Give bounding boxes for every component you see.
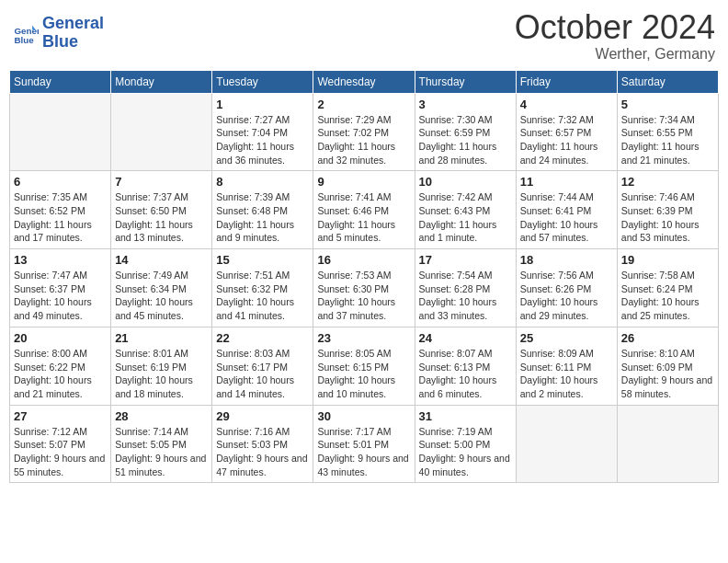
- calendar-header-row: SundayMondayTuesdayWednesdayThursdayFrid…: [10, 70, 719, 93]
- calendar-cell: [10, 93, 111, 171]
- day-content: Sunrise: 7:37 AM Sunset: 6:50 PM Dayligh…: [115, 190, 208, 245]
- day-content: Sunrise: 7:16 AM Sunset: 5:03 PM Dayligh…: [216, 425, 309, 479]
- day-content: Sunrise: 8:00 AM Sunset: 6:22 PM Dayligh…: [14, 347, 107, 401]
- day-content: Sunrise: 7:32 AM Sunset: 6:57 PM Dayligh…: [520, 113, 613, 167]
- calendar-cell: 19Sunrise: 7:58 AM Sunset: 6:24 PM Dayli…: [617, 249, 718, 327]
- day-number: 30: [317, 409, 410, 423]
- day-content: Sunrise: 7:39 AM Sunset: 6:48 PM Dayligh…: [216, 190, 309, 245]
- day-content: Sunrise: 7:53 AM Sunset: 6:30 PM Dayligh…: [317, 269, 410, 323]
- day-content: Sunrise: 7:56 AM Sunset: 6:26 PM Dayligh…: [520, 269, 613, 323]
- calendar-cell: 28Sunrise: 7:14 AM Sunset: 5:05 PM Dayli…: [111, 405, 212, 483]
- day-header-sunday: Sunday: [10, 70, 111, 93]
- calendar-cell: 26Sunrise: 8:10 AM Sunset: 6:09 PM Dayli…: [617, 327, 718, 405]
- day-number: 2: [317, 98, 410, 111]
- day-content: Sunrise: 8:07 AM Sunset: 6:13 PM Dayligh…: [419, 347, 512, 401]
- day-number: 10: [419, 175, 512, 189]
- calendar-cell: [111, 93, 212, 171]
- day-number: 22: [216, 331, 309, 345]
- calendar-cell: 14Sunrise: 7:49 AM Sunset: 6:34 PM Dayli…: [111, 249, 212, 327]
- day-header-saturday: Saturday: [617, 70, 718, 93]
- day-content: Sunrise: 7:17 AM Sunset: 5:01 PM Dayligh…: [317, 425, 410, 479]
- day-content: Sunrise: 7:35 AM Sunset: 6:52 PM Dayligh…: [14, 190, 107, 245]
- day-number: 31: [419, 409, 512, 423]
- day-content: Sunrise: 8:03 AM Sunset: 6:17 PM Dayligh…: [216, 347, 309, 401]
- day-number: 27: [14, 409, 107, 423]
- day-number: 21: [115, 331, 208, 345]
- day-number: 18: [520, 253, 613, 267]
- day-content: Sunrise: 7:29 AM Sunset: 7:02 PM Dayligh…: [317, 113, 410, 167]
- day-number: 9: [317, 175, 410, 189]
- day-content: Sunrise: 7:30 AM Sunset: 6:59 PM Dayligh…: [419, 113, 512, 167]
- day-number: 29: [216, 409, 309, 423]
- calendar-cell: 1Sunrise: 7:27 AM Sunset: 7:04 PM Daylig…: [212, 93, 313, 171]
- calendar-cell: 31Sunrise: 7:19 AM Sunset: 5:00 PM Dayli…: [415, 405, 516, 483]
- day-content: Sunrise: 7:51 AM Sunset: 6:32 PM Dayligh…: [216, 269, 309, 323]
- day-content: Sunrise: 8:10 AM Sunset: 6:09 PM Dayligh…: [621, 347, 714, 401]
- day-number: 16: [317, 253, 410, 267]
- day-number: 19: [621, 253, 714, 267]
- day-header-wednesday: Wednesday: [313, 70, 415, 93]
- day-number: 1: [216, 98, 309, 111]
- calendar-cell: 23Sunrise: 8:05 AM Sunset: 6:15 PM Dayli…: [313, 327, 415, 405]
- day-header-friday: Friday: [516, 70, 617, 93]
- calendar-week-1: 1Sunrise: 7:27 AM Sunset: 7:04 PM Daylig…: [10, 93, 719, 171]
- title-area: October 2024 Werther, Germany: [515, 9, 715, 63]
- day-content: Sunrise: 7:54 AM Sunset: 6:28 PM Dayligh…: [419, 269, 512, 323]
- calendar-cell: 5Sunrise: 7:34 AM Sunset: 6:55 PM Daylig…: [617, 93, 718, 171]
- day-content: Sunrise: 7:58 AM Sunset: 6:24 PM Dayligh…: [621, 269, 714, 323]
- day-number: 14: [115, 253, 208, 267]
- calendar-cell: 4Sunrise: 7:32 AM Sunset: 6:57 PM Daylig…: [516, 93, 617, 171]
- day-content: Sunrise: 7:14 AM Sunset: 5:05 PM Dayligh…: [115, 425, 208, 479]
- calendar-cell: 16Sunrise: 7:53 AM Sunset: 6:30 PM Dayli…: [313, 249, 415, 327]
- day-number: 4: [520, 98, 613, 111]
- day-content: Sunrise: 7:27 AM Sunset: 7:04 PM Dayligh…: [216, 113, 309, 167]
- calendar-cell: 21Sunrise: 8:01 AM Sunset: 6:19 PM Dayli…: [111, 327, 212, 405]
- day-content: Sunrise: 7:34 AM Sunset: 6:55 PM Dayligh…: [621, 113, 714, 167]
- calendar-cell: 7Sunrise: 7:37 AM Sunset: 6:50 PM Daylig…: [111, 171, 212, 249]
- calendar-cell: 20Sunrise: 8:00 AM Sunset: 6:22 PM Dayli…: [10, 327, 111, 405]
- calendar-body: 1Sunrise: 7:27 AM Sunset: 7:04 PM Daylig…: [10, 93, 719, 483]
- month-title: October 2024: [515, 9, 715, 46]
- day-content: Sunrise: 7:19 AM Sunset: 5:00 PM Dayligh…: [419, 425, 512, 479]
- day-header-monday: Monday: [111, 70, 212, 93]
- day-content: Sunrise: 7:12 AM Sunset: 5:07 PM Dayligh…: [14, 425, 107, 479]
- day-number: 5: [621, 98, 714, 111]
- day-number: 3: [419, 98, 512, 111]
- calendar-cell: 8Sunrise: 7:39 AM Sunset: 6:48 PM Daylig…: [212, 171, 313, 249]
- day-content: Sunrise: 7:47 AM Sunset: 6:37 PM Dayligh…: [14, 269, 107, 323]
- calendar-cell: 12Sunrise: 7:46 AM Sunset: 6:39 PM Dayli…: [617, 171, 718, 249]
- day-content: Sunrise: 7:44 AM Sunset: 6:41 PM Dayligh…: [520, 190, 613, 245]
- location: Werther, Germany: [515, 46, 715, 63]
- day-header-thursday: Thursday: [415, 70, 516, 93]
- day-number: 7: [115, 175, 208, 189]
- day-content: Sunrise: 8:05 AM Sunset: 6:15 PM Dayligh…: [317, 347, 410, 401]
- calendar-week-2: 6Sunrise: 7:35 AM Sunset: 6:52 PM Daylig…: [10, 171, 719, 249]
- day-content: Sunrise: 8:09 AM Sunset: 6:11 PM Dayligh…: [520, 347, 613, 401]
- calendar-cell: 27Sunrise: 7:12 AM Sunset: 5:07 PM Dayli…: [10, 405, 111, 483]
- day-number: 25: [520, 331, 613, 345]
- day-header-tuesday: Tuesday: [212, 70, 313, 93]
- day-content: Sunrise: 7:42 AM Sunset: 6:43 PM Dayligh…: [419, 190, 512, 245]
- logo-text-line1: General: [42, 15, 104, 33]
- logo-text-line2: Blue: [42, 33, 104, 52]
- day-number: 26: [621, 331, 714, 345]
- day-content: Sunrise: 8:01 AM Sunset: 6:19 PM Dayligh…: [115, 347, 208, 401]
- svg-text:Blue: Blue: [14, 35, 34, 45]
- calendar-cell: 9Sunrise: 7:41 AM Sunset: 6:46 PM Daylig…: [313, 171, 415, 249]
- day-number: 13: [14, 253, 107, 267]
- calendar-week-5: 27Sunrise: 7:12 AM Sunset: 5:07 PM Dayli…: [10, 405, 719, 483]
- calendar-cell: 2Sunrise: 7:29 AM Sunset: 7:02 PM Daylig…: [313, 93, 415, 171]
- day-number: 8: [216, 175, 309, 189]
- calendar-cell: 22Sunrise: 8:03 AM Sunset: 6:17 PM Dayli…: [212, 327, 313, 405]
- day-content: Sunrise: 7:41 AM Sunset: 6:46 PM Dayligh…: [317, 190, 410, 245]
- day-number: 11: [520, 175, 613, 189]
- day-number: 15: [216, 253, 309, 267]
- calendar-cell: 25Sunrise: 8:09 AM Sunset: 6:11 PM Dayli…: [516, 327, 617, 405]
- calendar-cell: 10Sunrise: 7:42 AM Sunset: 6:43 PM Dayli…: [415, 171, 516, 249]
- day-number: 17: [419, 253, 512, 267]
- calendar-cell: 17Sunrise: 7:54 AM Sunset: 6:28 PM Dayli…: [415, 249, 516, 327]
- calendar-cell: 18Sunrise: 7:56 AM Sunset: 6:26 PM Dayli…: [516, 249, 617, 327]
- day-number: 24: [419, 331, 512, 345]
- calendar-cell: 11Sunrise: 7:44 AM Sunset: 6:41 PM Dayli…: [516, 171, 617, 249]
- day-number: 12: [621, 175, 714, 189]
